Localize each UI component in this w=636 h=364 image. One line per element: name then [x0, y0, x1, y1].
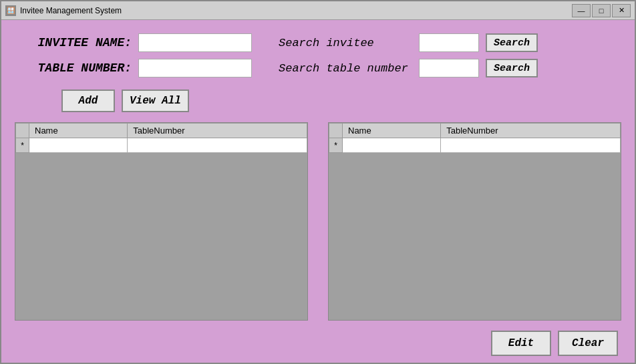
table-row: *	[16, 138, 307, 153]
edit-button[interactable]: Edit	[491, 331, 551, 356]
name-label: INVITEE NAME:	[15, 36, 132, 49]
search-table-label: Search table number	[279, 62, 412, 75]
search-table-input[interactable]	[419, 59, 479, 77]
right-table-cell[interactable]	[441, 138, 621, 153]
left-col-marker	[16, 124, 29, 138]
minimize-button[interactable]: —	[572, 4, 591, 17]
main-window: 🪟 Invitee Management System — □ ✕ INVITE…	[0, 0, 636, 364]
clear-button[interactable]: Clear	[558, 331, 618, 356]
app-icon: 🪟	[5, 5, 16, 16]
bottom-buttons: Edit Clear	[15, 331, 621, 356]
search-invitee-button[interactable]: Search	[486, 33, 538, 52]
left-table-cell[interactable]	[128, 138, 307, 153]
search-table-row: Search table number Search	[279, 59, 538, 77]
left-col-name: Name	[29, 124, 128, 138]
name-row: INVITEE NAME:	[15, 33, 252, 52]
table-number-input[interactable]	[138, 59, 252, 77]
left-row-marker: *	[16, 138, 29, 153]
right-row-marker: *	[329, 138, 343, 153]
top-section: INVITEE NAME: TABLE NUMBER: Search invit…	[15, 33, 621, 77]
right-col-marker	[329, 124, 343, 138]
search-invitee-label: Search invitee	[279, 37, 412, 49]
table-number-row: TABLE NUMBER:	[15, 59, 252, 77]
title-bar: 🪟 Invitee Management System — □ ✕	[1, 1, 635, 20]
name-input[interactable]	[138, 33, 252, 52]
left-col-table: TableNumber	[128, 124, 307, 138]
right-search: Search invitee Search Search table numbe…	[279, 33, 538, 77]
content-area: INVITEE NAME: TABLE NUMBER: Search invit…	[1, 20, 635, 363]
left-table: Name TableNumber *	[15, 123, 307, 153]
title-bar-left: 🪟 Invitee Management System	[5, 5, 122, 16]
action-buttons: Add View All	[61, 89, 621, 112]
search-invitee-input[interactable]	[419, 33, 479, 52]
left-form: INVITEE NAME: TABLE NUMBER:	[15, 33, 252, 77]
right-col-name: Name	[343, 124, 441, 138]
search-table-button[interactable]: Search	[486, 59, 538, 77]
right-table-container: Name TableNumber *	[328, 122, 621, 321]
add-button[interactable]: Add	[61, 89, 115, 112]
search-invitee-row: Search invitee Search	[279, 33, 538, 52]
left-table-container: Name TableNumber *	[15, 122, 308, 321]
close-button[interactable]: ✕	[612, 4, 631, 17]
right-col-table: TableNumber	[441, 124, 621, 138]
maximize-button[interactable]: □	[592, 4, 611, 17]
table-label: TABLE NUMBER:	[15, 61, 132, 75]
right-table: Name TableNumber *	[329, 123, 621, 153]
left-name-cell[interactable]	[29, 138, 128, 153]
right-name-cell[interactable]	[343, 138, 441, 153]
tables-section: Name TableNumber *	[15, 122, 621, 321]
table-row: *	[329, 138, 621, 153]
title-bar-buttons: — □ ✕	[572, 4, 631, 17]
view-all-button[interactable]: View All	[122, 89, 189, 112]
window-title: Invitee Management System	[20, 6, 122, 15]
